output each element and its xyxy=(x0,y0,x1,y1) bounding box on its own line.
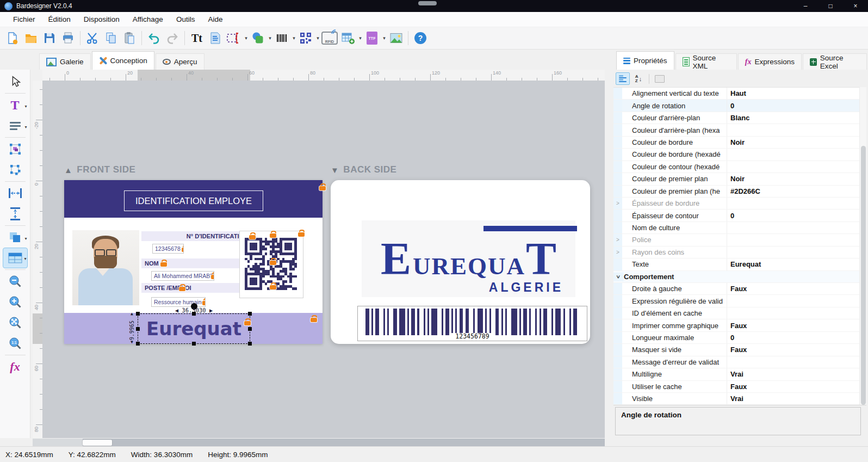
field-label-nom[interactable]: NOM xyxy=(141,258,251,268)
field-value-id[interactable]: 12345678 xyxy=(152,244,184,254)
tab-apercu[interactable]: Aperçu xyxy=(156,53,204,70)
property-value[interactable]: 0 xyxy=(727,210,859,221)
print-button[interactable] xyxy=(59,29,77,47)
save-button[interactable] xyxy=(41,29,58,47)
text-cursor-tool-button[interactable] xyxy=(225,29,243,47)
redo-button[interactable] xyxy=(164,29,181,47)
open-folder-button[interactable] xyxy=(22,29,40,47)
barcode-tool-button[interactable] xyxy=(273,29,290,47)
property-value[interactable]: Haut xyxy=(727,88,859,99)
row-expander[interactable]: > xyxy=(613,198,622,209)
property-row[interactable]: Utiliser le cacheFaux xyxy=(613,381,859,393)
card-title-element[interactable]: IDENTIFICATION EMPLOYE xyxy=(124,190,263,211)
menu-item-aide[interactable]: Aide xyxy=(201,12,229,27)
shapes-overlap-button[interactable] xyxy=(3,227,28,248)
expression-fx-button[interactable]: fx xyxy=(3,356,28,377)
text-cursor-dropdown[interactable] xyxy=(244,35,249,41)
resize-handle-ne[interactable] xyxy=(248,312,252,316)
font-ttf-button[interactable]: TTF xyxy=(363,29,381,47)
property-value[interactable] xyxy=(727,307,859,319)
property-row[interactable]: Longueur maximale0 xyxy=(613,332,859,344)
property-value[interactable] xyxy=(727,234,859,245)
property-pages-button[interactable] xyxy=(653,72,667,85)
resize-handle-n[interactable] xyxy=(192,312,196,316)
qrcode-dropdown[interactable] xyxy=(315,35,320,41)
property-value[interactable]: Blanc xyxy=(727,112,859,124)
property-row[interactable]: Couleur de contour (hexadé xyxy=(613,161,859,173)
menu-item-outils[interactable]: Outils xyxy=(170,12,202,27)
property-row[interactable]: Expression régulière de valid xyxy=(613,295,859,307)
close-button[interactable]: × xyxy=(843,0,868,12)
selected-element-text[interactable]: Eurequat xyxy=(146,319,241,338)
help-button[interactable]: ? xyxy=(412,29,429,47)
property-value[interactable] xyxy=(727,247,859,258)
menu-item-disposition[interactable]: Disposition xyxy=(77,12,126,27)
shapes-tool-button[interactable] xyxy=(249,29,266,47)
property-value[interactable]: Vrai xyxy=(727,368,859,380)
property-value[interactable] xyxy=(727,149,859,160)
property-value[interactable]: Faux xyxy=(727,381,859,392)
minimize-button[interactable]: – xyxy=(793,0,818,12)
resize-handle-nw[interactable] xyxy=(136,312,140,316)
rich-text-button[interactable] xyxy=(207,29,224,47)
property-row[interactable]: Couleur d'arrière-plan (hexa xyxy=(613,124,859,136)
menu-item-fichier[interactable]: Fichier xyxy=(7,12,42,27)
tab-conception[interactable]: Conception xyxy=(92,51,154,70)
tab-expressions[interactable]: fx Expressions xyxy=(738,53,802,70)
field-value-nom[interactable]: Ali Mohammed MRABET xyxy=(151,271,214,281)
resize-handle-sw[interactable] xyxy=(136,342,140,346)
undo-button[interactable] xyxy=(145,29,163,47)
height-resize-button[interactable] xyxy=(3,204,28,224)
table-layout-button[interactable] xyxy=(3,248,28,268)
new-file-button[interactable] xyxy=(4,29,21,47)
qrcode-tool-button[interactable] xyxy=(297,29,314,47)
menu-item-affichage[interactable]: Affichage xyxy=(126,12,170,27)
text-element-dropdown[interactable] xyxy=(24,104,27,109)
barcode-dropdown[interactable] xyxy=(292,35,296,41)
window-drag-handle[interactable] xyxy=(418,1,437,5)
tab-source-excel[interactable]: Source Excel xyxy=(803,53,867,70)
property-grid-scrollbar[interactable] xyxy=(859,87,866,405)
paste-button[interactable] xyxy=(121,29,138,47)
property-value[interactable]: Noir xyxy=(727,137,859,148)
property-value[interactable] xyxy=(727,161,859,173)
scrollbar-thumb[interactable] xyxy=(861,146,866,405)
group-button[interactable] xyxy=(3,139,28,159)
property-row[interactable]: >Épaisseur de bordure xyxy=(613,198,859,210)
rfid-tool-button[interactable]: RFID xyxy=(321,29,338,47)
field-label-poste[interactable]: POSTE /EMPLOI xyxy=(141,283,251,293)
paragraph-element-dropdown[interactable] xyxy=(24,125,27,130)
paragraph-element-button[interactable] xyxy=(3,115,28,136)
property-row[interactable]: Masquer si videFaux xyxy=(613,344,859,356)
image-tool-button[interactable] xyxy=(387,29,405,47)
zoom-in-button[interactable] xyxy=(3,292,28,312)
property-row[interactable]: VisibleVrai xyxy=(613,393,859,405)
resize-handle-s[interactable] xyxy=(192,342,196,346)
barcode-element[interactable]: 123456789 xyxy=(357,306,587,341)
property-row[interactable]: Couleur de premier plan (he#2D266C xyxy=(613,186,859,198)
zoom-fit-button[interactable] xyxy=(3,312,28,333)
property-value[interactable]: Faux xyxy=(727,344,859,355)
property-row[interactable]: ID d'élément en cache xyxy=(613,307,859,319)
copy-button[interactable] xyxy=(102,29,120,47)
property-row[interactable]: Épaisseur de contour0 xyxy=(613,210,859,221)
property-value[interactable]: Faux xyxy=(727,319,859,331)
resize-handle-e[interactable] xyxy=(248,327,252,331)
canvas-horizontal-scrollbar[interactable] xyxy=(33,439,605,446)
logo-element[interactable]: EUREQUAT ALGERIE xyxy=(362,220,575,297)
employee-photo[interactable] xyxy=(72,230,139,305)
property-row[interactable]: Message d'erreur de validat xyxy=(613,356,859,368)
ungroup-button[interactable] xyxy=(3,159,28,180)
property-value[interactable] xyxy=(727,356,859,368)
property-value[interactable]: Eurequat xyxy=(727,258,859,270)
property-row[interactable]: Droite à gaucheFaux xyxy=(613,283,859,295)
row-expander[interactable]: > xyxy=(613,234,622,245)
property-row[interactable]: >Rayon des coins xyxy=(613,247,859,258)
table-add-button[interactable] xyxy=(339,29,357,47)
property-value[interactable] xyxy=(727,124,859,135)
property-row[interactable]: Alignement vertical du texteHaut xyxy=(613,88,859,100)
property-category-row[interactable]: >Comportement xyxy=(613,271,859,283)
property-row[interactable]: TexteEurequat xyxy=(613,258,859,270)
cut-button[interactable] xyxy=(84,29,101,47)
zoom-one-to-one-button[interactable]: 1:1 xyxy=(3,333,28,354)
